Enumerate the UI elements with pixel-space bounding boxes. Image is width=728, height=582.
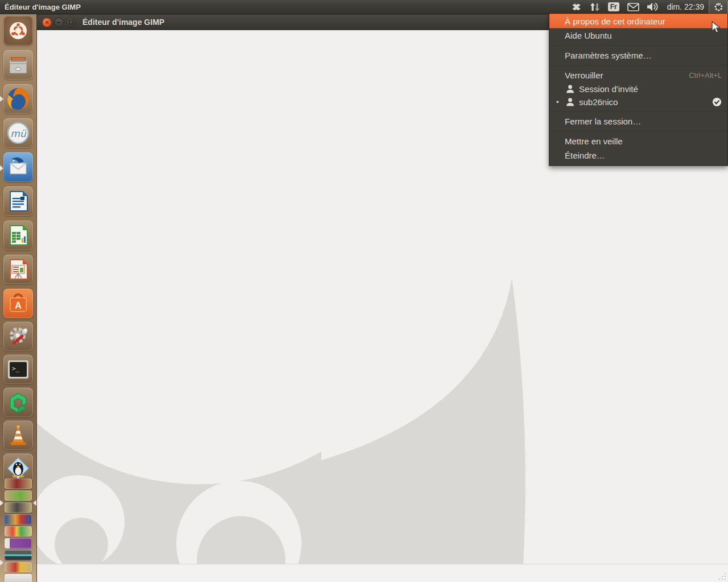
folded-app-cnet[interactable] bbox=[5, 562, 32, 572]
thunderbird-button[interactable] bbox=[3, 152, 33, 182]
menu-item-guest-session[interactable]: Session d'invité bbox=[549, 82, 727, 95]
menu-item-about-computer[interactable]: À propos de cet ordinateur bbox=[549, 14, 727, 28]
dropbox-status-icon[interactable] bbox=[567, 0, 586, 14]
shopping-bag-icon: A bbox=[8, 293, 28, 314]
musescore-button[interactable]: mü bbox=[3, 118, 33, 148]
indicator-area: Fr dim. 22:39 bbox=[567, 0, 728, 14]
menu-separator bbox=[549, 45, 727, 46]
libreoffice-calc-button[interactable] bbox=[3, 221, 33, 250]
system-settings-button[interactable] bbox=[3, 322, 33, 351]
penguin-icon bbox=[6, 456, 30, 480]
resize-grip-icon[interactable] bbox=[717, 571, 726, 580]
menu-item-lock[interactable]: Verrouiller Ctrl+Alt+L bbox=[549, 68, 727, 82]
green-hexagon-icon bbox=[7, 391, 30, 414]
running-indicator-icon bbox=[0, 500, 3, 506]
session-menu-button[interactable] bbox=[709, 0, 728, 14]
svg-text:A: A bbox=[15, 301, 22, 310]
network-traffic-icon[interactable] bbox=[586, 0, 604, 14]
checkmark-icon bbox=[712, 97, 722, 107]
folded-app-frozen-bubble[interactable] bbox=[5, 514, 32, 525]
gimp-statusbar bbox=[37, 564, 728, 582]
active-user-bullet: • bbox=[556, 98, 565, 106]
vlc-cone-icon bbox=[7, 424, 29, 447]
file-cabinet-icon bbox=[7, 54, 29, 76]
calc-spreadsheet-icon bbox=[7, 224, 29, 247]
folded-app-white[interactable] bbox=[5, 574, 32, 582]
menu-item-log-out[interactable]: Fermer la session… bbox=[549, 114, 727, 128]
menu-separator bbox=[549, 131, 727, 132]
libreoffice-writer-button[interactable] bbox=[3, 186, 33, 216]
panel-clock[interactable]: dim. 22:39 bbox=[663, 2, 709, 11]
folded-app-pan[interactable] bbox=[5, 502, 32, 513]
vlc-button[interactable] bbox=[3, 421, 33, 450]
sound-volume-icon[interactable] bbox=[643, 0, 663, 14]
close-button[interactable]: ✕ bbox=[42, 18, 52, 27]
libreoffice-impress-button[interactable] bbox=[3, 255, 33, 284]
svg-text:>_: >_ bbox=[12, 365, 20, 372]
musescore-icon: mü bbox=[6, 121, 30, 145]
impress-presentation-icon bbox=[7, 258, 29, 281]
messaging-envelope-icon[interactable] bbox=[623, 0, 643, 14]
menu-item-shut-down[interactable]: Éteindre… bbox=[549, 148, 727, 163]
running-indicator-firefox-icon bbox=[0, 96, 3, 102]
keyboard-layout-indicator[interactable]: Fr bbox=[604, 0, 623, 14]
mouse-cursor-icon bbox=[712, 21, 722, 34]
user-icon bbox=[565, 97, 575, 107]
focused-indicator-icon bbox=[33, 500, 36, 506]
session-menu: À propos de cet ordinateur Aide Ubuntu P… bbox=[549, 14, 728, 166]
writer-document-icon bbox=[7, 190, 29, 213]
lock-shortcut: Ctrl+Alt+L bbox=[689, 71, 722, 80]
running-indicator-icon bbox=[0, 560, 3, 566]
panel-app-title: Éditeur d'image GIMP bbox=[0, 3, 81, 11]
svg-text:mü: mü bbox=[10, 128, 27, 139]
keyboard-layout-label: Fr bbox=[608, 2, 619, 11]
file-manager-button[interactable] bbox=[3, 50, 33, 80]
software-center-button[interactable]: A bbox=[3, 289, 33, 318]
menu-item-ubuntu-help[interactable]: Aide Ubuntu bbox=[549, 28, 727, 43]
maximize-button[interactable] bbox=[66, 18, 76, 27]
menu-item-suspend[interactable]: Mettre en veille bbox=[549, 134, 727, 148]
session-gear-icon bbox=[714, 2, 723, 12]
minimize-button[interactable]: − bbox=[54, 18, 64, 27]
folded-app-audio-recorder[interactable] bbox=[5, 550, 32, 560]
user-icon bbox=[565, 84, 575, 94]
running-indicator-thunderbird-icon bbox=[0, 165, 3, 171]
folded-app-download[interactable] bbox=[5, 490, 32, 501]
window-title: Éditeur d'image GIMP bbox=[82, 18, 164, 27]
menu-item-user-sub26nico[interactable]: • sub26nico bbox=[549, 95, 727, 109]
menu-separator bbox=[549, 65, 727, 66]
terminal-icon: >_ bbox=[7, 359, 30, 380]
green-hexagon-app-button[interactable] bbox=[3, 388, 33, 417]
firefox-icon bbox=[6, 87, 30, 111]
folded-app-chrome[interactable] bbox=[5, 526, 32, 537]
ubuntu-dash-button[interactable] bbox=[3, 16, 33, 45]
folded-app-tuxracer[interactable] bbox=[5, 479, 32, 489]
thunderbird-icon bbox=[7, 156, 30, 178]
ubuntu-logo-icon bbox=[8, 20, 28, 41]
terminal-button[interactable]: >_ bbox=[3, 355, 33, 384]
unity-launcher: mü bbox=[0, 14, 37, 582]
gear-wrench-icon bbox=[7, 325, 30, 348]
menu-separator bbox=[549, 111, 727, 112]
top-panel: Éditeur d'image GIMP Fr bbox=[0, 0, 728, 14]
firefox-button[interactable] bbox=[3, 84, 33, 114]
folded-app-purple[interactable] bbox=[5, 538, 32, 548]
menu-item-system-settings[interactable]: Paramètres système… bbox=[549, 48, 727, 63]
